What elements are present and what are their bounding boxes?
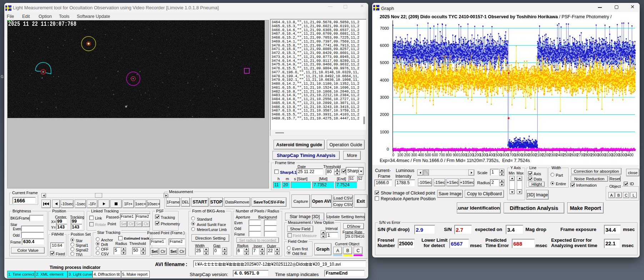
svg-text:3000: 3000	[380, 95, 389, 99]
svg-text:200: 200	[404, 153, 410, 157]
svg-text:1000: 1000	[380, 130, 389, 134]
svg-text:2000: 2000	[380, 112, 389, 117]
svg-text:5000: 5000	[380, 60, 389, 65]
svg-text:4000: 4000	[380, 78, 389, 82]
svg-text:800: 800	[446, 153, 452, 157]
svg-text:0: 0	[392, 153, 394, 157]
svg-text:700: 700	[439, 153, 445, 157]
svg-text:900: 900	[453, 153, 459, 157]
svg-text:600: 600	[432, 153, 438, 157]
svg-text:6000: 6000	[380, 43, 389, 48]
svg-text:0: 0	[387, 147, 389, 151]
svg-text:500: 500	[425, 153, 431, 157]
svg-text:300: 300	[411, 153, 417, 157]
svg-text:400: 400	[418, 153, 424, 157]
svg-text:3400: 3400	[625, 153, 634, 157]
svg-text:100: 100	[397, 153, 403, 157]
svg-text:7000: 7000	[380, 26, 389, 30]
